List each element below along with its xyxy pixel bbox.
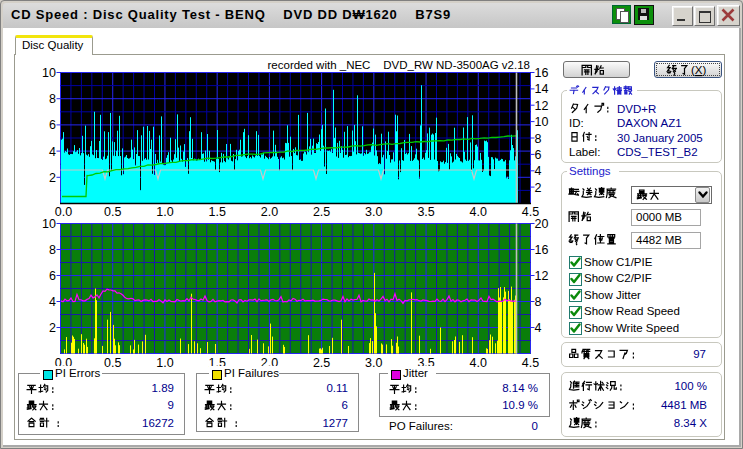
svg-text:(X): (X) (691, 64, 707, 76)
